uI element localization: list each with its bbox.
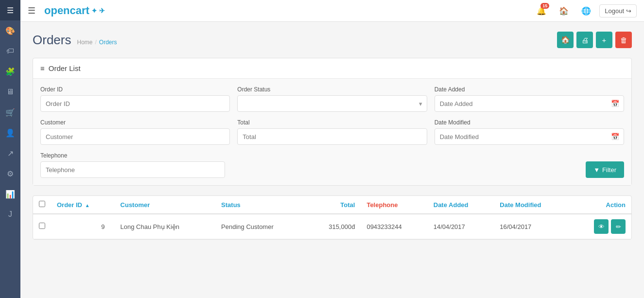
telephone-column-header: Telephone	[361, 196, 427, 214]
row-date-modified: 16/04/2017	[494, 214, 570, 239]
row-date-added: 14/04/2017	[428, 214, 494, 239]
topbar-right: 🔔 15 🏠 🌐 Logout ↪	[532, 1, 637, 20]
page-title: Orders	[33, 33, 71, 48]
logout-button[interactable]: Logout ↪	[599, 4, 637, 18]
telephone-label: Telephone	[40, 152, 225, 159]
edit-order-button[interactable]: ✏	[611, 219, 626, 234]
row-total: 315,000đ	[307, 214, 361, 239]
chart-icon[interactable]: 📊	[0, 184, 20, 204]
date-added-column-header: Date Added	[428, 196, 494, 214]
date-modified-input-wrapper: 📅	[435, 128, 624, 145]
notification-badge: 15	[540, 3, 549, 9]
breadcrumb-home-link[interactable]: Home	[77, 39, 92, 46]
main-area: ☰ opencart ✦ ✈ 🔔 15 🏠 🌐 Logout ↪ Orders	[20, 0, 644, 298]
j-icon[interactable]: J	[0, 204, 20, 225]
filter-date-added-group: Date Added 📅	[435, 86, 624, 112]
filter-icon: ▼	[593, 166, 600, 174]
user-icon[interactable]: 👤	[0, 123, 20, 143]
date-added-input[interactable]	[435, 95, 624, 112]
total-label: Total	[237, 119, 427, 126]
filter-row-3: Telephone ▼ Filter	[40, 152, 624, 178]
order-id-label: Order ID	[40, 86, 230, 93]
filter-row-2: Customer Total Date Modified 📅	[40, 119, 624, 145]
logo-icon: ✦ ✈	[91, 7, 105, 15]
date-modified-column-header: Date Modified	[494, 196, 570, 214]
logout-icon: ↪	[626, 7, 631, 15]
row-customer: Long Chau Phụ Kiện	[115, 214, 216, 239]
customer-column-header: Customer	[115, 196, 216, 214]
filter-row-1: Order ID Order Status Date Added	[40, 86, 624, 112]
date-modified-input[interactable]	[435, 128, 624, 145]
notification-button[interactable]: 🔔 15	[532, 1, 551, 20]
action-column-header: Action	[570, 196, 631, 214]
date-added-calendar-icon[interactable]: 📅	[611, 100, 619, 107]
orders-table: Order ID ▲ Customer Status Total	[33, 196, 631, 239]
filter-button-label: Filter	[602, 166, 616, 174]
view-order-button[interactable]: 👁	[594, 219, 609, 234]
telephone-input[interactable]	[40, 161, 225, 178]
customer-input[interactable]	[40, 128, 230, 145]
topbar: ☰ opencart ✦ ✈ 🔔 15 🏠 🌐 Logout ↪	[20, 0, 644, 22]
home-button[interactable]: 🏠	[555, 1, 573, 20]
list-icon: ≡	[40, 64, 45, 72]
total-column-header: Total	[307, 196, 361, 214]
row-status: Pending Customer	[215, 214, 307, 239]
hamburger-sidebar-icon[interactable]: ☰	[0, 0, 20, 20]
breadcrumb-separator: /	[95, 39, 96, 46]
filter-date-modified-group: Date Modified 📅	[435, 119, 624, 145]
content-area: Orders Home / Orders 🏠 🖨 + 🗑 ≡ Order Lis…	[20, 22, 644, 298]
breadcrumb: Home / Orders	[77, 39, 117, 46]
panel-title: Order List	[49, 64, 81, 72]
cart-icon[interactable]: 🛒	[0, 102, 20, 123]
order-id-column-header[interactable]: Order ID ▲	[51, 196, 115, 214]
order-list-panel: ≡ Order List Order ID Order Status	[33, 58, 632, 186]
page-title-area: Orders Home / Orders	[33, 33, 117, 48]
tag-icon[interactable]: 🏷	[0, 41, 20, 61]
filter-form: Order ID Order Status Date Added	[33, 79, 631, 185]
row-action-buttons: 👁 ✏	[575, 219, 626, 234]
puzzle-icon[interactable]: 🧩	[0, 61, 20, 82]
date-added-label: Date Added	[435, 86, 624, 93]
order-status-select[interactable]	[237, 95, 427, 112]
table-row: 9 Long Chau Phụ Kiện Pending Customer 31…	[33, 214, 631, 239]
gear-icon[interactable]: ⚙	[0, 163, 20, 184]
logo-text: opencart	[44, 4, 89, 17]
header-actions: 🏠 🖨 + 🗑	[557, 32, 632, 48]
checkbox-column-header	[33, 196, 51, 214]
breadcrumb-current: Orders	[99, 39, 117, 46]
monitor-icon[interactable]: 🖥	[0, 82, 20, 102]
filter-telephone-group: Telephone	[40, 152, 225, 178]
header-add-button[interactable]: +	[596, 32, 612, 48]
date-added-input-wrapper: 📅	[435, 95, 624, 112]
globe-button[interactable]: 🌐	[577, 1, 595, 20]
table-header: Order ID ▲ Customer Status Total	[33, 196, 631, 214]
row-checkbox-cell	[33, 214, 51, 239]
header-home-button[interactable]: 🏠	[557, 32, 574, 48]
filter-status-group: Order Status	[237, 86, 427, 112]
row-action: 👁 ✏	[570, 214, 631, 239]
filter-order-id-group: Order ID	[40, 86, 230, 112]
order-status-select-wrapper	[237, 95, 427, 112]
table-body: 9 Long Chau Phụ Kiện Pending Customer 31…	[33, 214, 631, 239]
order-id-input[interactable]	[40, 95, 230, 112]
filter-button[interactable]: ▼ Filter	[586, 161, 624, 178]
logo: opencart ✦ ✈	[44, 4, 105, 17]
filter-total-group: Total	[237, 119, 427, 145]
row-checkbox[interactable]	[39, 223, 45, 229]
select-all-checkbox[interactable]	[39, 201, 45, 207]
status-column-header: Status	[215, 196, 307, 214]
customer-label: Customer	[40, 119, 230, 126]
total-input[interactable]	[237, 128, 427, 145]
share-icon[interactable]: ↗	[0, 143, 20, 163]
logout-label: Logout	[605, 7, 624, 15]
row-telephone: 0943233244	[361, 214, 427, 239]
header-print-button[interactable]: 🖨	[576, 32, 593, 48]
order-status-label: Order Status	[237, 86, 427, 93]
menu-toggle-button[interactable]: ☰	[28, 5, 35, 16]
header-delete-button[interactable]: 🗑	[615, 32, 632, 48]
date-modified-calendar-icon[interactable]: 📅	[611, 133, 619, 140]
paint-icon[interactable]: 🎨	[0, 20, 20, 41]
filter-customer-group: Customer	[40, 119, 230, 145]
orders-table-panel: Order ID ▲ Customer Status Total	[33, 195, 632, 240]
page-header: Orders Home / Orders 🏠 🖨 + 🗑	[33, 32, 632, 48]
